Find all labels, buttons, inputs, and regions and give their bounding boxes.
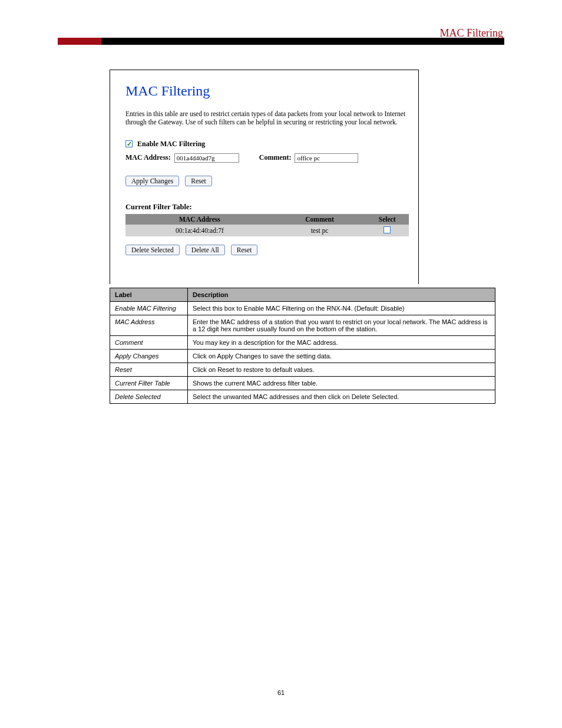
header-band-red [58,38,101,45]
desc-col-label: Label [110,288,188,302]
col-comment: Comment [274,214,366,225]
comment-label: Comment: [259,153,292,162]
cell-mac: 00:1a:4d:40:ad:7f [125,225,274,236]
comment-input[interactable] [295,153,358,163]
apply-changes-button[interactable]: Apply Changes [125,176,179,186]
table-header-row: MAC Address Comment Select [125,214,409,225]
page-number: 61 [0,689,562,696]
desc-row: ResetClick on Reset to restore to defaul… [110,363,495,377]
desc-header-row: Label Description [110,288,495,302]
delete-all-button[interactable]: Delete All [186,245,225,255]
desc-row-label: Reset [110,363,188,377]
desc-row-label: Apply Changes [110,350,188,363]
row-select-checkbox[interactable] [384,226,391,233]
desc-row-label: Enable MAC Filtering [110,302,188,315]
current-filter-table: MAC Address Comment Select 00:1a:4d:40:a… [125,214,409,236]
desc-row: Current Filter TableShows the current MA… [110,377,495,390]
desc-row-label: Delete Selected [110,390,188,404]
page-description: Entries in this table are used to restri… [125,110,409,127]
field-description-table: Label Description Enable MAC FilteringSe… [110,288,495,404]
desc-col-description: Description [188,288,495,302]
desc-row: CommentYou may key in a description for … [110,336,495,350]
ui-screenshot: MAC Filtering Entries in this table are … [110,70,419,284]
current-filter-table-title: Current Filter Table: [125,203,409,212]
mac-inputs-row: MAC Address: Comment: [125,153,409,163]
cell-comment: test pc [274,225,366,236]
enable-mac-filtering-label: Enable MAC Filtering [137,140,205,149]
desc-row-text: Click on Apply Changes to save the setti… [188,350,495,363]
desc-row-label: MAC Address [110,315,188,336]
desc-row-text: Click on Reset to restore to default val… [188,363,495,377]
desc-row-label: Current Filter Table [110,377,188,390]
desc-row: MAC AddressEnter the MAC address of a st… [110,315,495,336]
desc-row: Apply ChangesClick on Apply Changes to s… [110,350,495,363]
table-action-button-row: Delete Selected Delete All Reset [125,245,409,255]
delete-selected-button[interactable]: Delete Selected [125,245,180,255]
col-select: Select [365,214,409,225]
reset-table-button[interactable]: Reset [231,245,258,255]
header-band [58,38,504,45]
desc-row: Enable MAC FilteringSelect this box to E… [110,302,495,315]
desc-row: Delete SelectedSelect the unwanted MAC a… [110,390,495,404]
action-button-row: Apply Changes Reset [125,176,409,186]
table-row: 00:1a:4d:40:ad:7f test pc [125,225,409,236]
section-heading: MAC Filtering [439,27,503,39]
enable-mac-filtering-row: ✓ Enable MAC Filtering [125,140,409,149]
reset-button[interactable]: Reset [185,176,212,186]
desc-row-label: Comment [110,336,188,350]
mac-address-input[interactable] [174,153,239,163]
desc-row-text: Select the unwanted MAC addresses and th… [188,390,495,404]
page-title: MAC Filtering [125,83,409,99]
desc-row-text: Enter the MAC address of a station that … [188,315,495,336]
cell-select [365,225,409,236]
desc-row-text: You may key in a description for the MAC… [188,336,495,350]
col-mac-address: MAC Address [125,214,274,225]
desc-row-text: Shows the current MAC address filter tab… [188,377,495,390]
enable-mac-filtering-checkbox[interactable]: ✓ [125,140,133,147]
mac-address-label: MAC Address: [125,153,171,162]
desc-row-text: Select this box to Enable MAC Filtering … [188,302,495,315]
